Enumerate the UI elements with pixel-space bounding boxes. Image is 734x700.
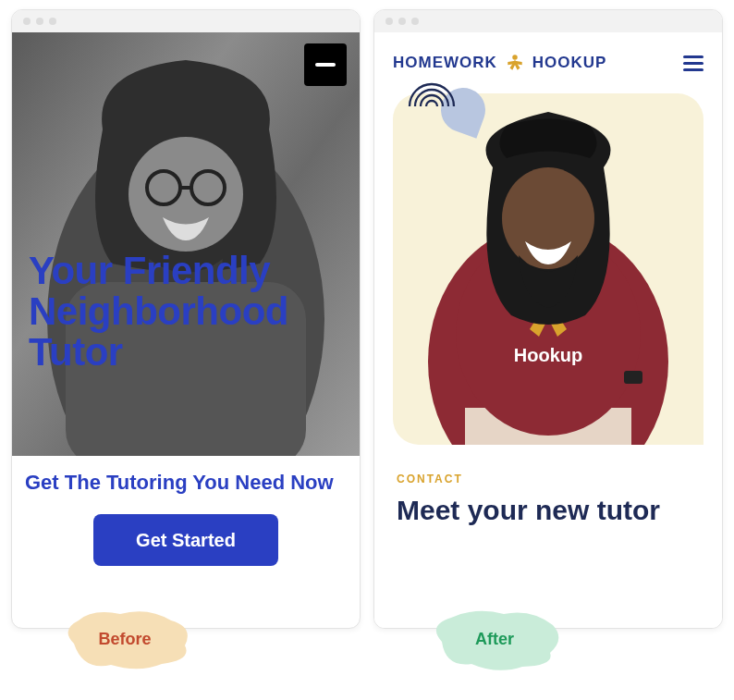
svg-point-7 [512, 55, 518, 59]
get-started-button[interactable]: Get Started [93, 514, 278, 566]
svg-rect-13 [624, 371, 642, 384]
after-label-text: After [475, 630, 514, 649]
menu-toggle-button[interactable] [304, 43, 347, 86]
after-label: After [425, 607, 564, 671]
before-browser-chrome [12, 10, 360, 32]
after-page: HOMEWORK HOOKUP [374, 32, 722, 628]
after-browser-chrome [374, 10, 722, 32]
person-illustration [29, 32, 343, 456]
traffic-light-dot [411, 18, 419, 25]
brand-word-left: HOMEWORK [393, 54, 497, 72]
person-illustration: Hookup [410, 93, 687, 445]
before-hero-title: Your Friendly Neighborhood Tutor [29, 251, 360, 373]
before-hero-image: Your Friendly Neighborhood Tutor [12, 32, 360, 456]
before-label: Before [55, 607, 194, 671]
after-hero: Hookup [393, 93, 703, 445]
comparison-wrapper: Your Friendly Neighborhood Tutor Get The… [9, 9, 725, 629]
hamburger-menu-icon[interactable] [683, 55, 703, 71]
before-page: Your Friendly Neighborhood Tutor Get The… [12, 32, 360, 628]
before-subheading: Get The Tutoring You Need Now [12, 456, 360, 494]
traffic-light-dot [49, 18, 56, 25]
eyebrow-label: CONTACT [397, 473, 700, 485]
label-annotations: Before After [9, 616, 725, 671]
after-device: HOMEWORK HOOKUP [373, 9, 723, 629]
before-label-text: Before [98, 630, 151, 649]
brand-mark-icon [505, 53, 525, 73]
traffic-light-dot [36, 18, 43, 25]
traffic-light-dot [23, 18, 31, 25]
get-started-label: Get Started [136, 530, 236, 551]
before-device: Your Friendly Neighborhood Tutor Get The… [11, 9, 361, 629]
brand-logo[interactable]: HOMEWORK HOOKUP [393, 53, 606, 73]
shirt-text: Hookup [514, 345, 582, 365]
traffic-light-dot [398, 18, 406, 25]
after-hero-title: Meet your new tutor [397, 495, 700, 526]
minus-icon [315, 63, 336, 67]
traffic-light-dot [385, 18, 393, 25]
brand-word-right: HOOKUP [532, 54, 607, 72]
